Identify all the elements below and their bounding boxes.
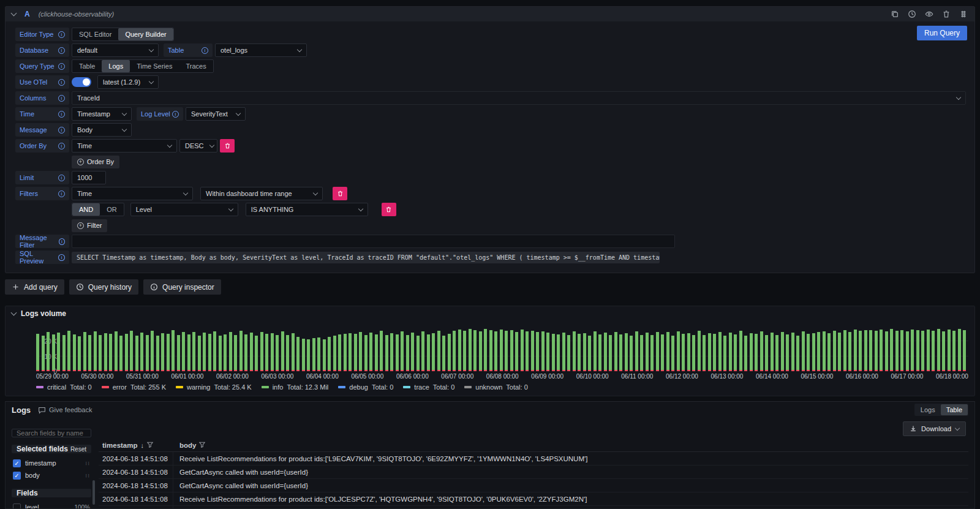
logs-volume-header[interactable]: Logs volume bbox=[6, 306, 974, 321]
collapse-chevron-icon[interactable] bbox=[11, 310, 17, 316]
field-level[interactable]: level100% bbox=[12, 501, 91, 508]
info-icon[interactable]: i bbox=[58, 31, 65, 38]
sql-editor-option[interactable]: SQL Editor bbox=[72, 28, 118, 40]
chevron-down-icon bbox=[167, 142, 172, 147]
time-column-select[interactable]: Timestamp bbox=[72, 107, 132, 121]
use-otel-toggle[interactable] bbox=[72, 77, 91, 87]
log-row[interactable]: 2024-06-18 14:51:08Receive ListRecommend… bbox=[99, 492, 968, 506]
legend-swatch bbox=[176, 386, 183, 388]
log-row[interactable]: 2024-06-18 14:51:08GetCartAsync called w… bbox=[99, 479, 968, 492]
message-filter-input[interactable] bbox=[72, 235, 675, 248]
volume-bar bbox=[437, 331, 440, 371]
x-axis-tick: 06/11 00:00 bbox=[621, 373, 653, 380]
body-column-header[interactable]: body bbox=[173, 442, 968, 449]
timestamp-column-header[interactable]: timestamp ↓ bbox=[99, 442, 173, 449]
limit-input[interactable] bbox=[72, 171, 106, 184]
drag-handle-icon[interactable] bbox=[959, 9, 968, 19]
query-type-traces[interactable]: Traces bbox=[179, 60, 213, 72]
info-icon[interactable]: i bbox=[172, 111, 179, 118]
otel-version-select[interactable]: latest (1.2.9) bbox=[97, 75, 159, 89]
sort-desc-icon[interactable]: ↓ bbox=[141, 442, 145, 449]
legend-item-info[interactable]: infoTotal: 12.3 Mil bbox=[262, 383, 329, 391]
info-icon[interactable]: i bbox=[58, 111, 65, 118]
selected-field-timestamp[interactable]: ✓timestamp⁝⁝ bbox=[12, 457, 91, 469]
volume-legend: criticalTotal: 0errorTotal: 255 Kwarning… bbox=[36, 383, 968, 391]
volume-bar bbox=[526, 331, 529, 371]
info-icon[interactable]: i bbox=[58, 143, 65, 149]
drag-handle-icon[interactable]: ⁝⁝ bbox=[85, 462, 90, 464]
history-icon[interactable] bbox=[907, 9, 917, 19]
info-icon[interactable]: i bbox=[58, 127, 65, 134]
filter2-operator-select[interactable]: IS ANYTHING bbox=[246, 203, 368, 216]
view-logs-option[interactable]: Logs bbox=[915, 404, 941, 415]
filter-icon[interactable] bbox=[147, 442, 153, 449]
legend-item-trace[interactable]: traceTotal: 0 bbox=[403, 383, 454, 391]
legend-label: critical bbox=[47, 383, 66, 391]
database-select[interactable]: default bbox=[72, 43, 159, 57]
query-ref-id[interactable]: A bbox=[24, 10, 30, 18]
filter2-field-select[interactable]: Level bbox=[130, 203, 238, 216]
legend-item-warning[interactable]: warningTotal: 25.4 K bbox=[176, 383, 252, 391]
info-icon[interactable]: i bbox=[58, 47, 65, 54]
drag-handle-icon[interactable]: ⁝⁝ bbox=[85, 474, 90, 477]
legend-item-error[interactable]: errorTotal: 255 K bbox=[102, 383, 166, 391]
volume-bar bbox=[323, 339, 326, 371]
add-order-by-button[interactable]: +Order By bbox=[72, 156, 119, 168]
run-query-button[interactable]: Run Query bbox=[917, 26, 967, 40]
table-select[interactable]: otel_logs bbox=[215, 43, 307, 57]
legend-item-unknown[interactable]: unknownTotal: 0 bbox=[464, 383, 528, 391]
search-fields-input[interactable] bbox=[12, 429, 91, 437]
remove-filter2-button[interactable] bbox=[382, 203, 396, 216]
filter1-field-select[interactable]: Time bbox=[72, 187, 193, 200]
filter1-operator-select[interactable]: Within dashboard time range bbox=[200, 187, 323, 200]
info-icon[interactable]: i bbox=[58, 95, 65, 102]
remove-filter1-button[interactable] bbox=[333, 187, 347, 200]
legend-item-critical[interactable]: criticalTotal: 0 bbox=[36, 383, 92, 391]
volume-bar bbox=[640, 335, 643, 371]
query-type-table[interactable]: Table bbox=[72, 60, 102, 72]
info-icon[interactable]: i bbox=[58, 175, 65, 181]
give-feedback-link[interactable]: Give feedback bbox=[38, 406, 92, 414]
message-column-select[interactable]: Body bbox=[72, 123, 132, 137]
sql-preview-row: SQL Previewi SELECT Timestamp as timesta… bbox=[15, 251, 966, 264]
add-query-button[interactable]: Add query bbox=[5, 279, 64, 295]
query-type-time-series[interactable]: Time Series bbox=[130, 60, 179, 72]
info-icon[interactable]: i bbox=[58, 63, 65, 70]
checkbox-checked[interactable]: ✓ bbox=[13, 459, 21, 467]
info-icon[interactable]: i bbox=[59, 238, 65, 245]
query-inspector-button[interactable]: Query inspector bbox=[143, 279, 221, 295]
query-history-button[interactable]: Query history bbox=[69, 279, 138, 295]
columns-multiselect[interactable]: TraceId bbox=[72, 91, 966, 105]
info-icon[interactable]: i bbox=[202, 47, 208, 54]
reset-button[interactable]: Reset bbox=[70, 446, 86, 453]
view-table-option[interactable]: Table bbox=[941, 404, 968, 415]
eye-icon[interactable] bbox=[924, 9, 934, 19]
legend-item-debug[interactable]: debugTotal: 0 bbox=[338, 383, 393, 391]
duplicate-icon[interactable] bbox=[890, 9, 900, 19]
log-row[interactable]: 2024-06-18 14:51:08GetCartAsync called w… bbox=[99, 506, 968, 508]
checkbox-checked[interactable]: ✓ bbox=[13, 472, 21, 480]
or-option[interactable]: OR bbox=[100, 203, 124, 216]
selected-field-body[interactable]: ✓body⁝⁝ bbox=[12, 469, 91, 481]
time-label: Timei bbox=[15, 107, 69, 121]
log-level-select[interactable]: SeverityText bbox=[186, 107, 246, 121]
filter-icon[interactable] bbox=[199, 442, 205, 449]
sidebar-scrollbar[interactable] bbox=[92, 480, 95, 505]
checkbox-unchecked[interactable] bbox=[13, 503, 21, 509]
volume-bar bbox=[771, 333, 774, 371]
add-filter-button[interactable]: +Filter bbox=[72, 219, 107, 232]
log-row[interactable]: 2024-06-18 14:51:08Receive ListRecommend… bbox=[99, 452, 968, 466]
query-type-logs[interactable]: Logs bbox=[102, 60, 130, 72]
query-builder-option[interactable]: Query Builder bbox=[118, 28, 173, 40]
order-by-field-select[interactable]: Time bbox=[72, 139, 177, 153]
download-button[interactable]: Download bbox=[903, 421, 966, 436]
collapse-chevron-icon[interactable] bbox=[11, 10, 17, 17]
remove-order-by-button[interactable] bbox=[220, 139, 235, 153]
info-icon[interactable]: i bbox=[58, 254, 65, 261]
info-icon[interactable]: i bbox=[58, 79, 65, 86]
order-by-direction-select[interactable]: DESC bbox=[179, 139, 217, 153]
log-row[interactable]: 2024-06-18 14:51:08GetCartAsync called w… bbox=[99, 466, 968, 479]
trash-icon[interactable] bbox=[941, 9, 951, 19]
info-icon[interactable]: i bbox=[58, 190, 65, 197]
and-option[interactable]: AND bbox=[72, 203, 100, 216]
